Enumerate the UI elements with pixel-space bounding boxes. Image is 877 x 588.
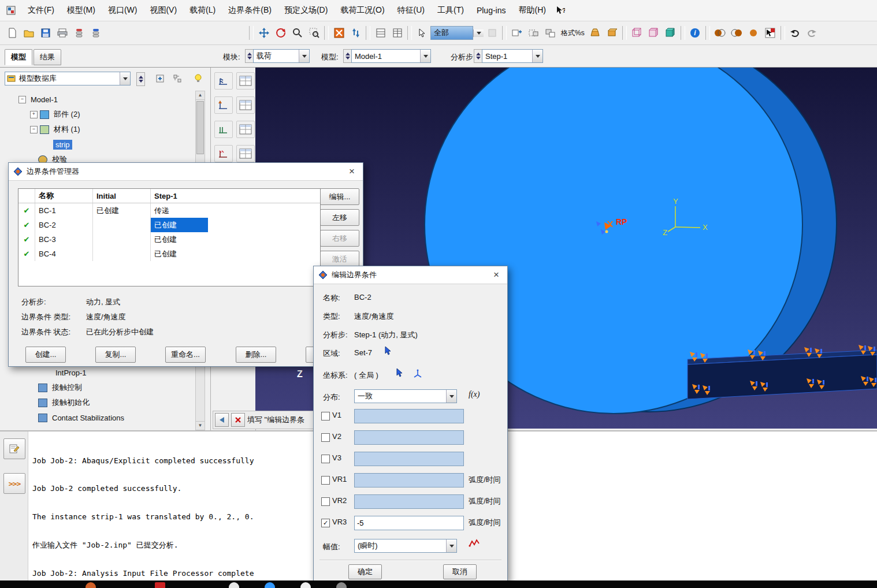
tree-spinner[interactable] [136,72,145,86]
csys-select-cursor-icon[interactable] [396,368,404,379]
database-download-icon[interactable] [87,25,104,41]
tree-database-combo[interactable]: 模型数据库 [5,72,131,85]
table-row[interactable]: BC-4 已创建 [18,247,320,261]
replace-display-group-icon[interactable] [542,25,559,41]
menu-tools[interactable]: 工具(T) [431,3,470,18]
context-help-cursor-icon[interactable]: ? [552,2,569,18]
copy-button[interactable]: 复制... [95,347,136,363]
tab-results[interactable]: 结果 [34,49,61,65]
bc-name-cell[interactable]: BC-3 [35,232,92,247]
region-select-cursor-icon[interactable] [384,346,392,357]
taskbar-app-icon[interactable] [336,582,347,588]
model-combo[interactable]: Model-1 [351,49,431,63]
taskbar-app-icon[interactable] [300,582,311,588]
menu-predefined-field[interactable]: 预定义场(D) [278,3,334,18]
magnify-view-icon[interactable] [289,25,306,41]
field-manager-icon[interactable] [236,121,255,138]
ok-button[interactable]: 确定 [348,564,382,579]
probe-tool-icon[interactable] [762,25,779,41]
rename-button[interactable]: 重命名... [165,347,206,363]
scroll-up-button[interactable]: ▲ [196,91,205,100]
create-bc-icon[interactable] [214,96,233,114]
taskbar-app-icon[interactable] [265,582,275,588]
bc-step-cell-selected[interactable]: 已创建 [150,218,208,232]
vr2-checkbox[interactable] [321,497,330,506]
cycle-views-icon[interactable] [347,25,364,41]
bc-name-cell[interactable]: BC-2 [35,218,92,232]
model-dropdown-button[interactable] [420,50,430,62]
create-field-icon[interactable] [214,121,233,138]
menu-plugins[interactable]: Plug-ins [470,3,512,17]
bc-name-cell[interactable]: BC-4 [35,247,92,261]
tree-item-label[interactable]: 部件 (2) [51,109,83,120]
vr1-checkbox[interactable] [321,476,330,485]
amplitude-combo[interactable]: (瞬时) [354,539,457,553]
redo-icon[interactable] [804,25,820,41]
tree-item-contact-stabilizations[interactable]: Contact Stabilizations [38,412,127,423]
bc-manager-icon[interactable] [236,96,255,114]
wireframe-render-icon[interactable] [629,25,645,41]
v3-field[interactable] [354,452,464,466]
step-spinner[interactable] [474,49,482,63]
taskbar-app-icon[interactable] [229,582,239,588]
vr3-checkbox[interactable] [321,519,330,527]
move-right-button[interactable]: 右移 [320,230,359,247]
hidden-line-render-icon[interactable] [645,25,662,41]
table-row[interactable]: BC-2 已创建 [18,218,320,232]
query-info-icon[interactable]: i [687,25,704,41]
expand-icon[interactable]: + [30,111,38,118]
menu-model[interactable]: 模型(M) [61,3,102,18]
scroll-down-button[interactable]: ▼ [196,421,205,430]
display-group-dropdown-button[interactable] [473,29,484,37]
new-model-icon[interactable] [3,25,20,41]
tree-item-parts[interactable]: + 部件 (2) [30,109,83,120]
close-icon[interactable]: × [490,269,503,281]
menu-viewport[interactable]: 视口(W) [102,3,144,18]
table-row[interactable]: BC-1 已创建 传递 [18,203,320,218]
tree-item-model-1[interactable]: − Model-1 [18,94,60,105]
tips-lightbulb-icon[interactable] [189,70,206,87]
boolean-union-icon[interactable] [712,25,729,41]
os-taskbar[interactable] [0,580,877,588]
tree-item-contact-init[interactable]: 接触初始化 [38,397,92,408]
module-combo[interactable]: 载荷 [253,49,310,63]
print-icon[interactable] [54,25,70,41]
scrollbar-thumb[interactable] [196,101,204,154]
collapse-icon[interactable]: − [18,96,26,103]
bc-step-cell[interactable]: 已创建 [150,247,208,261]
zoom-box-icon[interactable] [306,25,322,41]
amplitude-dropdown-button[interactable] [446,539,456,552]
bc-initial-cell[interactable] [92,232,150,247]
v2-checkbox[interactable] [321,433,330,442]
menu-bc[interactable]: 边界条件(B) [222,3,278,18]
tree-database-dropdown-button[interactable] [120,72,130,85]
pan-view-icon[interactable] [255,25,272,41]
tree-item-label[interactable]: IntProp-1 [53,368,88,378]
tree-item-label[interactable]: 材料 (1) [51,124,83,135]
menu-load[interactable]: 载荷(L) [183,3,222,18]
auto-fit-view-icon[interactable] [330,25,347,41]
taskbar-app-icon[interactable] [86,582,96,588]
rotate-view-icon[interactable] [272,25,289,41]
bc-initial-cell[interactable] [92,247,150,261]
fx-builder-label[interactable]: f(x) [469,390,480,399]
delete-button[interactable]: 删除... [236,347,276,363]
module-spinner[interactable] [245,49,254,63]
load-case-manager-icon[interactable] [236,145,255,162]
edit-display-group-icon[interactable] [525,25,542,41]
vr3-field[interactable] [354,516,464,530]
taskbar-app-icon[interactable] [155,582,165,588]
tree-item-intprop[interactable]: IntProp-1 [53,367,88,378]
tree-item-label[interactable]: 接触控制 [50,382,84,393]
create-amplitude-icon[interactable] [469,538,480,550]
collapse-icon[interactable]: − [30,126,38,133]
step-combo[interactable]: Step-1 [482,49,543,63]
csys-axes-icon[interactable] [413,369,422,380]
menu-feature[interactable]: 特征(U) [391,3,431,18]
display-group-combo[interactable]: 全部 [430,26,473,40]
tree-item-label[interactable]: 接触初始化 [50,397,92,408]
tree-item-strip[interactable]: strip [53,139,72,150]
open-file-icon[interactable] [20,25,37,41]
column-step1[interactable]: Step-1 [150,189,208,203]
kernel-cli-tab-icon[interactable]: >>> [3,473,25,494]
